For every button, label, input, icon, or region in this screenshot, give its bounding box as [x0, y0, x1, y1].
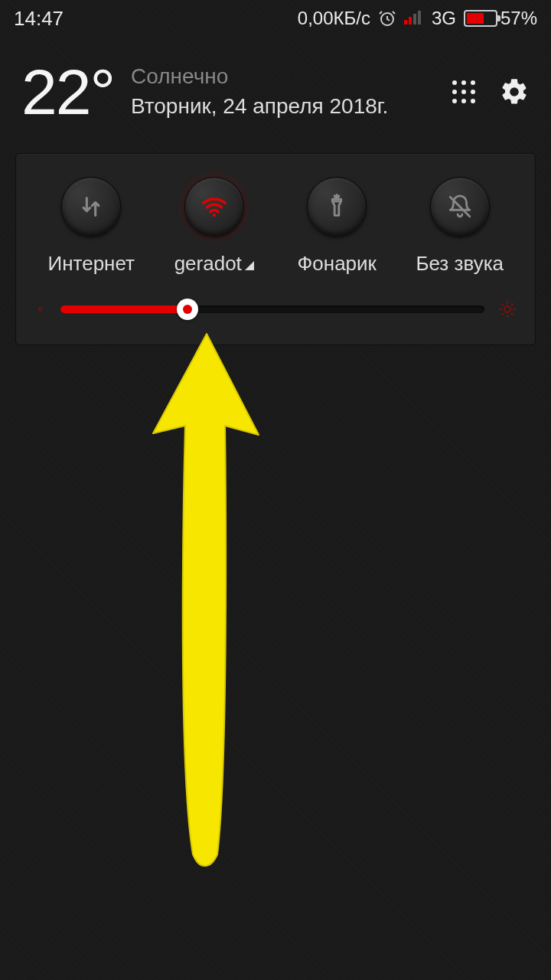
svg-point-11: [452, 99, 457, 103]
battery-percent: 57%: [500, 8, 537, 29]
svg-point-6: [461, 80, 466, 85]
toggle-internet[interactable]: Интернет: [34, 177, 148, 276]
battery-indicator: 57%: [464, 8, 537, 29]
toggle-wifi[interactable]: geradot: [157, 177, 272, 276]
weather-date: Вторник, 24 апреля 2018г.: [131, 91, 388, 121]
flashlight-icon: [324, 194, 350, 220]
svg-point-10: [471, 90, 475, 94]
brightness-row: [30, 300, 521, 318]
svg-point-12: [461, 99, 466, 103]
toggle-wifi-label: geradot: [174, 252, 254, 276]
quick-settings-panel: Интернет geradot: [15, 153, 536, 345]
battery-icon: [464, 10, 497, 27]
svg-point-5: [452, 80, 457, 85]
slider-fill: [60, 305, 187, 313]
svg-point-16: [39, 308, 42, 311]
status-bar: 14:47 0,00КБ/с 3G 57%: [0, 0, 551, 37]
svg-rect-2: [409, 17, 412, 24]
toggle-internet-button[interactable]: [61, 177, 121, 237]
network-speed: 0,00КБ/с: [298, 8, 370, 29]
toggle-flashlight-button[interactable]: [307, 177, 367, 237]
svg-point-14: [213, 214, 216, 217]
svg-line-24: [502, 314, 503, 315]
toggle-internet-label: Интернет: [48, 252, 135, 276]
signal-icon: [404, 8, 424, 29]
svg-point-13: [471, 99, 475, 103]
toggle-silent-button[interactable]: [430, 177, 490, 237]
annotation-arrow: [130, 326, 283, 880]
status-right: 0,00КБ/с 3G 57%: [298, 8, 537, 29]
settings-gear-icon[interactable]: [499, 77, 530, 107]
slider-thumb[interactable]: [177, 299, 198, 320]
toggle-silent-label: Без звука: [416, 252, 504, 276]
svg-point-7: [471, 80, 475, 85]
network-type: 3G: [432, 8, 456, 29]
brightness-slider[interactable]: [60, 300, 484, 318]
weather-row[interactable]: 22° Солнечно Вторник, 24 апреля 2018г.: [0, 37, 551, 139]
signal-triangle-icon: [245, 261, 254, 270]
weather-condition: Солнечно: [131, 63, 388, 90]
svg-rect-3: [413, 14, 416, 24]
svg-line-21: [512, 314, 513, 315]
svg-point-8: [452, 90, 457, 94]
toggle-flashlight-label: Фонарик: [298, 252, 377, 276]
toggle-row: Интернет geradot: [30, 177, 521, 276]
weather-text: Солнечно Вторник, 24 апреля 2018г.: [131, 63, 388, 121]
apps-grid-icon[interactable]: [450, 78, 478, 106]
data-arrows-icon: [78, 194, 104, 220]
wifi-icon: [200, 192, 229, 221]
svg-point-17: [504, 306, 510, 312]
svg-line-20: [502, 304, 503, 305]
svg-rect-1: [404, 20, 407, 24]
svg-rect-4: [418, 11, 421, 24]
bell-off-icon: [447, 194, 473, 220]
svg-line-25: [512, 304, 513, 305]
brightness-low-icon: [34, 303, 47, 315]
status-time: 14:47: [14, 7, 64, 31]
toggle-flashlight[interactable]: Фонарик: [279, 177, 394, 276]
brightness-high-icon: [498, 300, 517, 318]
alarm-icon: [378, 9, 396, 28]
toggle-wifi-button[interactable]: [184, 177, 244, 237]
svg-point-9: [461, 90, 466, 94]
temperature: 22°: [21, 60, 114, 124]
toggle-silent[interactable]: Без звука: [403, 177, 517, 276]
